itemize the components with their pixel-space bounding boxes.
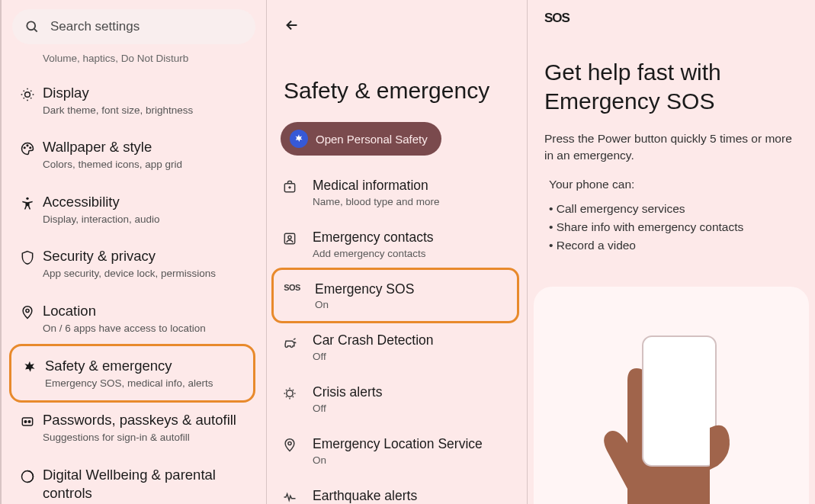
safety-item-els[interactable]: Emergency Location Service On: [267, 425, 527, 477]
search-wrap: [2, 0, 266, 47]
svg-point-7: [26, 309, 29, 312]
safety-item-crash[interactable]: Car Crash Detection Off: [267, 321, 527, 373]
svg-point-4: [27, 145, 28, 146]
sos-can-label: Your phone can:: [528, 175, 815, 200]
settings-title: Safety & emergency: [45, 357, 239, 375]
safety-item-sub: On: [315, 299, 414, 310]
svg-point-0: [27, 21, 35, 30]
palette-icon: [12, 138, 43, 156]
personal-safety-app-icon: [290, 130, 308, 148]
settings-item-location[interactable]: Location On / 6 apps have access to loca…: [2, 291, 266, 346]
search-pill[interactable]: [12, 9, 255, 44]
settings-title: Passwords, passkeys & autofill: [43, 411, 252, 429]
svg-rect-8: [22, 418, 32, 425]
crisis-icon: [281, 384, 299, 401]
settings-sub: Suggestions for sign-in & autofill: [43, 431, 252, 445]
settings-item-safety[interactable]: Safety & emergency Emergency SOS, medica…: [11, 346, 253, 401]
svg-point-10: [28, 421, 30, 423]
settings-sub: Dark theme, font size, brightness: [43, 104, 252, 117]
safety-item-sub: Off: [313, 403, 382, 414]
settings-item-safety-highlight: Safety & emergency Emergency SOS, medica…: [9, 344, 255, 403]
safety-title: Safety & emergency: [267, 37, 527, 122]
safety-item-medical[interactable]: Medical information Name, blood type and…: [267, 166, 527, 218]
safety-item-title: Crisis alerts: [313, 384, 382, 401]
safety-item-contacts[interactable]: Emergency contacts Add emergency contact…: [267, 218, 527, 270]
svg-point-2: [25, 91, 30, 97]
settings-title: Accessibility: [43, 193, 252, 211]
settings-sub: App security, device lock, permissions: [43, 267, 252, 281]
settings-title: Location: [43, 302, 252, 320]
contacts-icon: [281, 229, 299, 246]
sos-logo: SOS: [544, 11, 798, 26]
safety-item-sos[interactable]: SOS Emergency SOS On: [274, 270, 517, 322]
svg-point-3: [24, 147, 25, 149]
sound-icon: [12, 50, 43, 53]
safety-item-sub: Off: [313, 351, 434, 362]
sos-title: Get help fast with Emergency SOS: [528, 26, 815, 130]
arrow-left-icon: [284, 17, 300, 34]
accessibility-icon: [12, 193, 43, 211]
settings-item-security[interactable]: Security & privacy App security, device …: [2, 236, 266, 291]
settings-item-display[interactable]: Display Dark theme, font size, brightnes…: [2, 73, 266, 128]
safety-panel: Safety & emergency Open Personal Safety …: [267, 0, 528, 504]
settings-sub: On / 6 apps have access to location: [43, 322, 252, 335]
safety-item-sub: On: [313, 454, 483, 466]
search-input[interactable]: [50, 19, 243, 34]
settings-sub: Volume, haptics, Do Not Disturb: [43, 52, 252, 66]
settings-title: Display: [43, 84, 252, 102]
location-icon: [12, 302, 43, 320]
svg-point-5: [30, 147, 31, 149]
sos-panel: SOS Get help fast with Emergency SOS Pre…: [528, 0, 815, 504]
safety-item-title: Medical information: [313, 177, 440, 194]
sos-description: Press the Power button quickly 5 times o…: [528, 130, 815, 175]
svg-point-9: [24, 421, 27, 423]
medical-icon: [281, 177, 299, 194]
settings-sub: Display, interaction, audio: [43, 213, 252, 226]
sos-bullet: • Record a video: [528, 236, 815, 255]
settings-sub: Colors, themed icons, app grid: [43, 158, 252, 172]
security-icon: [12, 247, 43, 265]
safety-item-title: Emergency contacts: [313, 229, 434, 246]
svg-point-14: [288, 236, 291, 239]
wellbeing-icon: [12, 466, 43, 484]
settings-item-wallpaper[interactable]: Wallpaper & style Colors, themed icons, …: [2, 127, 266, 182]
svg-point-15: [287, 390, 293, 396]
safety-item-sub: Add emergency contacts: [313, 248, 434, 259]
sos-illustration: [534, 287, 809, 504]
settings-panel: Volume, haptics, Do Not Disturb Display …: [0, 0, 267, 504]
settings-item-sound[interactable]: Volume, haptics, Do Not Disturb: [2, 47, 266, 73]
svg-line-1: [34, 29, 37, 32]
hand-holding-phone-icon: [573, 306, 771, 504]
svg-rect-17: [643, 336, 716, 466]
safety-item-sub: Name, blood type and more: [313, 196, 440, 207]
safety-item-title: Earthquake alerts: [313, 487, 417, 505]
search-icon: [24, 19, 40, 34]
safety-item-title: Emergency SOS: [315, 281, 414, 298]
settings-title: Digital Wellbeing & parental controls: [43, 466, 252, 502]
settings-sub: Emergency SOS, medical info, alerts: [45, 377, 239, 390]
svg-point-6: [26, 197, 28, 199]
settings-title: Security & privacy: [43, 247, 252, 265]
display-icon: [12, 84, 43, 102]
els-icon: [281, 435, 299, 453]
back-button[interactable]: [284, 17, 300, 34]
passwords-icon: [12, 411, 43, 429]
safety-item-earthquake[interactable]: Earthquake alerts: [267, 477, 527, 505]
safety-item-crisis[interactable]: Crisis alerts Off: [267, 373, 527, 425]
svg-point-16: [288, 441, 291, 445]
settings-item-accessibility[interactable]: Accessibility Display, interaction, audi…: [2, 182, 266, 237]
earthquake-icon: [281, 487, 299, 505]
safety-item-sos-highlight: SOS Emergency SOS On: [271, 268, 519, 324]
safety-item-title: Car Crash Detection: [313, 332, 434, 349]
sos-bullet: • Call emergency services: [528, 200, 815, 218]
settings-item-passwords[interactable]: Passwords, passkeys & autofill Suggestio…: [2, 400, 266, 455]
emergency-icon: [14, 357, 45, 375]
safety-item-title: Emergency Location Service: [313, 435, 483, 453]
settings-item-wellbeing[interactable]: Digital Wellbeing & parental controls: [2, 455, 266, 504]
settings-title: Wallpaper & style: [43, 138, 252, 156]
crash-icon: [281, 332, 299, 349]
open-personal-safety-button[interactable]: Open Personal Safety: [281, 122, 441, 156]
sos-bullet: • Share info with emergency contacts: [528, 218, 815, 236]
open-personal-safety-label: Open Personal Safety: [316, 133, 428, 146]
sos-icon: SOS: [283, 281, 301, 292]
